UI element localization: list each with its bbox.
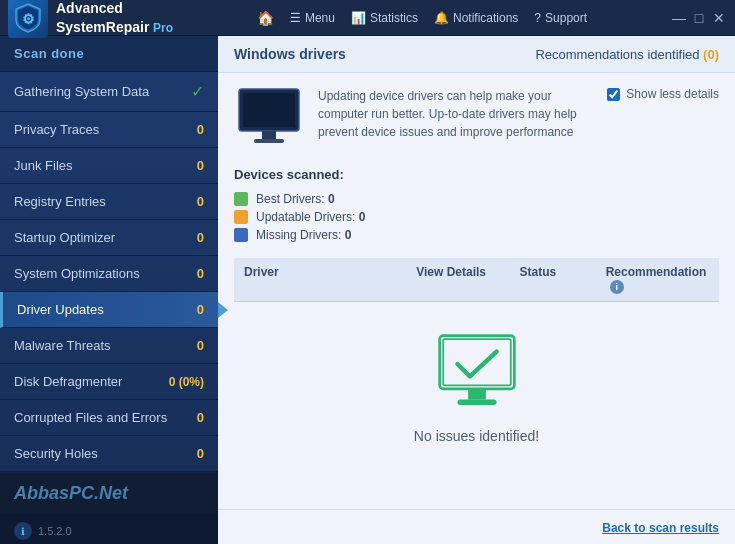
legend-updatable: Updatable Drivers: 0 (234, 210, 719, 224)
content-body: Updating device drivers can help make yo… (218, 73, 735, 509)
sidebar-item-malware[interactable]: Malware Threats 0 (0, 328, 218, 364)
main-layout: Scan done Gathering System Data ✓ Privac… (0, 36, 735, 544)
back-link-container: Back to scan results (218, 509, 735, 544)
col-recommendation: Recommendation i (606, 265, 709, 294)
no-issues-text: No issues identified! (414, 428, 539, 444)
legend-dot-blue (234, 228, 248, 242)
recommendations-count: (0) (703, 47, 719, 62)
sidebar-item-corrupted[interactable]: Corrupted Files and Errors 0 (0, 400, 218, 436)
bell-icon: 🔔 (434, 11, 449, 25)
titlebar: ⚙ Advanced SystemRepair Pro 🏠 ☰ Menu 📊 S… (0, 0, 735, 36)
content-header: Windows drivers Recommendations identifi… (218, 36, 735, 73)
app-title: Advanced SystemRepair Pro (56, 0, 173, 36)
svg-rect-7 (468, 389, 486, 400)
legend-dot-orange (234, 210, 248, 224)
svg-rect-3 (262, 131, 276, 139)
support-button[interactable]: ? Support (534, 11, 587, 25)
monitor-check-icon (432, 332, 522, 416)
sidebar-item-gathering[interactable]: Gathering System Data ✓ (0, 72, 218, 112)
info-icon[interactable]: i (610, 280, 624, 294)
content-area: Windows drivers Recommendations identifi… (218, 36, 735, 544)
sidebar-item-privacy[interactable]: Privacy Traces 0 (0, 112, 218, 148)
col-driver: Driver (244, 265, 416, 294)
svg-rect-2 (243, 93, 295, 127)
monitor-icon (234, 87, 304, 151)
check-icon: ✓ (191, 82, 204, 101)
svg-rect-4 (254, 139, 284, 143)
svg-text:⚙: ⚙ (22, 11, 35, 27)
sidebar-item-system-opt[interactable]: System Optimizations 0 (0, 256, 218, 292)
show-details-checkbox[interactable] (607, 88, 620, 101)
driver-description: Updating device drivers can help make yo… (318, 87, 593, 141)
svg-rect-8 (457, 400, 496, 405)
minimize-button[interactable]: — (671, 11, 687, 25)
sidebar-item-drivers[interactable]: Driver Updates 0 (0, 292, 218, 328)
legend: Best Drivers: 0 Updatable Drivers: 0 Mis… (234, 192, 719, 242)
window-controls: — □ ✕ (671, 11, 727, 25)
show-less-details[interactable]: Show less details (607, 87, 719, 101)
menu-icon: ☰ (290, 11, 301, 25)
sidebar-item-security[interactable]: Security Holes 0 (0, 436, 218, 472)
legend-missing: Missing Drivers: 0 (234, 228, 719, 242)
notifications-button[interactable]: 🔔 Notifications (434, 11, 518, 25)
sidebar-item-registry[interactable]: Registry Entries 0 (0, 184, 218, 220)
col-status: Status (520, 265, 606, 294)
maximize-button[interactable]: □ (691, 11, 707, 25)
sidebar-item-disk[interactable]: Disk Defragmenter 0 (0%) (0, 364, 218, 400)
back-to-scan-link[interactable]: Back to scan results (602, 521, 719, 535)
legend-best: Best Drivers: 0 (234, 192, 719, 206)
no-issues-container: No issues identified! (234, 302, 719, 464)
statistics-icon: 📊 (351, 11, 366, 25)
statistics-button[interactable]: 📊 Statistics (351, 11, 418, 25)
sidebar: Scan done Gathering System Data ✓ Privac… (0, 36, 218, 544)
question-icon: ? (534, 11, 541, 25)
col-view-details: View Details (416, 265, 519, 294)
titlebar-nav: 🏠 ☰ Menu 📊 Statistics 🔔 Notifications ? … (257, 10, 587, 26)
version-bar: ℹ 1.5.2.0 (0, 514, 218, 544)
home-icon[interactable]: 🏠 (257, 10, 274, 26)
sidebar-item-junk[interactable]: Junk Files 0 (0, 148, 218, 184)
svg-rect-6 (443, 339, 511, 385)
legend-dot-green (234, 192, 248, 206)
sidebar-item-startup[interactable]: Startup Optimizer 0 (0, 220, 218, 256)
menu-button[interactable]: ☰ Menu (290, 11, 335, 25)
recommendations-label: Recommendations identified (0) (535, 47, 719, 62)
sidebar-footer-brand: AbbasPC.Net (0, 472, 218, 514)
close-button[interactable]: ✕ (711, 11, 727, 25)
svg-rect-5 (439, 336, 514, 389)
table-header: Driver View Details Status Recommendatio… (234, 258, 719, 302)
driver-intro: Updating device drivers can help make yo… (234, 87, 719, 151)
section-title: Windows drivers (234, 46, 346, 62)
sidebar-header: Scan done (0, 36, 218, 72)
titlebar-left: ⚙ Advanced SystemRepair Pro (8, 0, 173, 38)
app-logo: ⚙ (8, 0, 48, 38)
version-icon: ℹ (14, 522, 32, 540)
devices-scanned-label: Devices scanned: (234, 167, 719, 182)
